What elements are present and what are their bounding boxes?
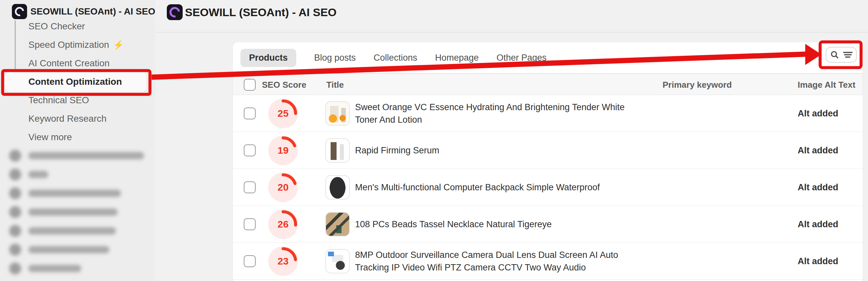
tab-other-pages[interactable]: Other Pages	[496, 49, 547, 67]
redacted-sidebar-item	[9, 243, 109, 256]
image-alt-cell: Alt added	[798, 169, 838, 206]
seo-score-badge: 26	[268, 209, 298, 239]
column-header-seo-score[interactable]: SEO Score	[262, 74, 306, 96]
page-header: SEOWILL (SEOAnt) - AI SEO	[155, 0, 868, 33]
redacted-label	[28, 227, 116, 235]
product-title[interactable]: Rapid Firming Serum	[355, 132, 639, 169]
table-row[interactable]: 20 Men's Multi-functional Computer Backp…	[233, 169, 863, 206]
tab-collections[interactable]: Collections	[374, 49, 417, 67]
redacted-label	[28, 208, 118, 216]
seoant-app-icon	[167, 4, 183, 20]
redacted-sidebar-item	[9, 168, 48, 181]
sidebar-item-label: SEO Checker	[28, 21, 85, 32]
product-title[interactable]: 8MP Outdoor Surveillance Camera Dual Len…	[355, 243, 639, 280]
redacted-icon	[9, 169, 21, 180]
image-alt-cell: Alt added	[798, 95, 838, 132]
sidebar-item-content-optimization[interactable]: Content Optimization	[28, 73, 122, 91]
sidebar: SEOWILL (SEOAnt) - AI SEO SEO CheckerSpe…	[0, 0, 155, 281]
seo-score-badge: 23	[268, 246, 298, 276]
sidebar-item-label: AI Content Creation	[28, 58, 110, 69]
column-header-title[interactable]: Title	[326, 74, 344, 96]
image-alt-cell: Alt added	[798, 243, 838, 280]
seoant-app-icon	[12, 4, 27, 19]
seo-score-value: 25	[268, 99, 298, 128]
search-icon	[830, 50, 839, 59]
product-thumbnail	[326, 175, 350, 200]
product-thumbnail	[326, 249, 350, 273]
sidebar-item-label: View more	[28, 132, 72, 142]
row-checkbox[interactable]	[244, 218, 256, 230]
row-checkbox[interactable]	[244, 144, 256, 156]
product-title[interactable]: 108 PCs Beads Tassel Necklace Natural Ti…	[355, 206, 639, 243]
redacted-sidebar-item	[9, 149, 144, 162]
image-alt-cell: Alt added	[798, 132, 838, 169]
table-row[interactable]: 23 8MP Outdoor Surveillance Camera Dual …	[233, 243, 863, 280]
table-row[interactable]: 25 Sweet Orange VC Essence Hydrating And…	[233, 95, 863, 132]
redacted-label	[28, 152, 144, 159]
table-header: SEO Score Title Primary keyword Image Al…	[233, 73, 863, 95]
row-checkbox[interactable]	[244, 181, 256, 193]
table-row-partial	[233, 280, 863, 281]
table-row[interactable]: 19 Rapid Firming Serum Alt added	[233, 132, 863, 169]
seo-score-badge: 25	[268, 99, 298, 128]
table-row[interactable]: 26 108 PCs Beads Tassel Necklace Natural…	[233, 206, 863, 243]
content-card: ProductsBlog postsCollectionsHomepageOth…	[233, 42, 863, 281]
sidebar-item-speed-optimization[interactable]: Speed Optimization⚡	[28, 36, 124, 54]
sidebar-item-technical-seo[interactable]: Technical SEO	[28, 91, 89, 109]
tab-blog-posts[interactable]: Blog posts	[314, 49, 356, 67]
seo-score-value: 26	[268, 209, 298, 239]
redacted-icon	[9, 244, 21, 256]
sidebar-item-label: Content Optimization	[28, 76, 122, 87]
sidebar-item-label: Keyword Research	[28, 113, 107, 124]
product-thumbnail	[326, 138, 350, 163]
lightning-icon: ⚡	[113, 40, 124, 50]
search-filter-button[interactable]	[826, 47, 857, 63]
redacted-sidebar-item	[9, 262, 81, 275]
tab-homepage[interactable]: Homepage	[435, 49, 478, 67]
sidebar-item-ai-content-creation[interactable]: AI Content Creation	[28, 54, 110, 73]
image-alt-cell: Alt added	[798, 206, 838, 243]
redacted-label	[28, 265, 81, 272]
row-checkbox[interactable]	[244, 107, 256, 119]
redacted-icon	[9, 225, 21, 237]
select-all-checkbox[interactable]	[244, 79, 256, 91]
sidebar-app-name: SEOWILL (SEOAnt) - AI SEO	[30, 6, 155, 17]
product-thumbnail	[326, 101, 350, 126]
seo-score-badge: 20	[268, 173, 298, 202]
product-thumbnail	[326, 212, 350, 237]
seo-score-value: 20	[268, 173, 298, 202]
product-title[interactable]: Sweet Orange VC Essence Hydrating And Br…	[355, 95, 639, 132]
sidebar-item-view-more[interactable]: View more	[28, 128, 72, 146]
redacted-sidebar-item	[9, 224, 116, 238]
row-checkbox[interactable]	[244, 255, 256, 267]
sidebar-item-label: Speed Optimization	[28, 40, 109, 50]
seo-score-value: 23	[268, 246, 298, 276]
redacted-label	[28, 246, 109, 253]
sidebar-item-keyword-research[interactable]: Keyword Research	[28, 109, 107, 128]
redacted-icon	[9, 187, 21, 199]
redacted-sidebar-item	[9, 206, 118, 219]
page-title: SEOWILL (SEOAnt) - AI SEO	[185, 6, 337, 19]
seo-score-badge: 19	[268, 136, 298, 165]
product-title[interactable]: Men's Multi-functional Computer Backpack…	[355, 169, 639, 206]
sidebar-item-label: Technical SEO	[28, 95, 89, 106]
redacted-icon	[9, 150, 21, 162]
redacted-icon	[9, 262, 21, 274]
redacted-icon	[9, 206, 21, 218]
redacted-label	[28, 190, 121, 197]
tab-bar: ProductsBlog postsCollectionsHomepageOth…	[233, 42, 863, 73]
filter-icon	[843, 50, 852, 59]
seo-score-value: 19	[268, 136, 298, 165]
tab-products[interactable]: Products	[241, 49, 296, 67]
column-header-image-alt-text[interactable]: Image Alt Text	[798, 74, 856, 96]
sidebar-item-seo-checker[interactable]: SEO Checker	[28, 17, 85, 36]
redacted-sidebar-item	[9, 187, 121, 200]
column-header-primary-keyword[interactable]: Primary keyword	[662, 74, 732, 96]
redacted-label	[28, 171, 48, 178]
